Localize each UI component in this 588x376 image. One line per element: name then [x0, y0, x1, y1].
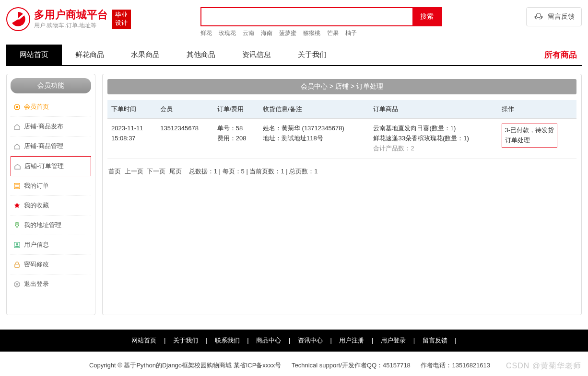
hot-word[interactable]: 菠萝蜜: [279, 30, 296, 36]
pager-first[interactable]: 首页: [108, 168, 121, 175]
lock-icon: [13, 261, 21, 268]
hot-word[interactable]: 猕猴桃: [303, 30, 320, 36]
hot-word[interactable]: 玫瑰花: [219, 30, 236, 36]
sidebar-item[interactable]: 密码修改: [11, 255, 91, 274]
nav-item[interactable]: 鲜花商品: [62, 45, 118, 65]
logo-icon: [6, 7, 30, 31]
footer-link[interactable]: 商品中心: [253, 337, 284, 344]
pager-summary: 总数据：1 | 每页：5 | 当前页数：1 | 总页数：1: [189, 168, 318, 175]
col-head: 会员: [156, 100, 213, 119]
footer-link[interactable]: 网站首页: [129, 337, 159, 344]
sidebar-item[interactable]: 会员首页: [11, 97, 91, 117]
col-head: 操作: [498, 100, 576, 119]
list-icon: [13, 182, 21, 190]
pager-last[interactable]: 尾页: [169, 168, 182, 175]
headset-icon: [533, 11, 544, 22]
nav-all-products[interactable]: 所有商品: [544, 49, 582, 60]
pager-prev[interactable]: 上一页: [125, 168, 143, 175]
hot-word[interactable]: 芒果: [327, 30, 339, 36]
nav-item[interactable]: 网站首页: [6, 45, 62, 65]
footer: 网站首页 | 关于我们 | 联系我们 | 商品中心 | 资讯中心 | 用户注册 …: [0, 330, 588, 352]
sidebar-head: 会员功能: [11, 78, 91, 93]
sidebar-item[interactable]: 我的收藏: [11, 196, 91, 216]
breadcrumb: 会员中心 > 店铺 > 订单处理: [107, 79, 576, 94]
col-head: 收货信息/备注: [259, 100, 369, 119]
hot-word[interactable]: 柚子: [345, 30, 357, 36]
sidebar-item[interactable]: 店铺-商品发布: [11, 117, 91, 137]
badge: 毕业 设计: [112, 10, 131, 29]
home-icon: [13, 123, 21, 130]
sidebar-item[interactable]: 店铺-商品管理: [11, 137, 91, 156]
sidebar-item[interactable]: 退出登录: [11, 274, 91, 294]
search-input[interactable]: [201, 8, 412, 25]
user-icon: [13, 241, 21, 249]
feedback-button[interactable]: 留言反馈: [526, 7, 582, 26]
hot-word[interactable]: 鲜花: [200, 30, 212, 36]
content: 会员中心 > 店铺 > 订单处理 下单时间会员订单/费用收货信息/备注订单商品操…: [102, 74, 582, 315]
sidebar-item[interactable]: 用户信息: [11, 235, 91, 255]
svg-point-9: [16, 223, 18, 225]
svg-point-11: [16, 243, 18, 245]
table-row: 2023-11-1115:08:3713512345678单号：58费用：208…: [107, 119, 576, 159]
nav-item[interactable]: 其他商品: [173, 45, 229, 65]
svg-rect-2: [541, 16, 543, 18]
footer-link[interactable]: 用户注册: [336, 337, 367, 344]
footer-link[interactable]: 留言反馈: [420, 337, 450, 344]
search-button[interactable]: 搜索: [412, 8, 441, 25]
home-o-icon: [13, 103, 21, 111]
home-icon: [13, 143, 21, 150]
col-head: 订单商品: [369, 100, 497, 119]
footer-link[interactable]: 资讯中心: [295, 337, 326, 344]
sidebar: 会员功能 会员首页店铺-商品发布店铺-商品管理店铺-订单管理我的订单我的收藏我的…: [6, 74, 95, 315]
op-box[interactable]: 3-已付款，待发货订单处理: [502, 124, 558, 148]
home-icon: [14, 163, 21, 170]
order-table: 下单时间会员订单/费用收货信息/备注订单商品操作 2023-11-1115:08…: [107, 100, 576, 159]
pin-icon: [13, 222, 21, 229]
sidebar-item[interactable]: 我的地址管理: [11, 216, 91, 235]
sidebar-item[interactable]: 我的订单: [11, 176, 91, 196]
nav: 网站首页鲜花商品水果商品其他商品资讯信息关于我们所有商品: [6, 45, 582, 66]
search-area: 搜索 鲜花玫瑰花云南海南菠萝蜜猕猴桃芒果柚子: [200, 7, 442, 37]
col-head: 订单/费用: [213, 100, 259, 119]
sidebar-item[interactable]: 店铺-订单管理: [11, 156, 91, 176]
pager-next[interactable]: 下一页: [147, 168, 165, 175]
svg-point-4: [16, 106, 18, 108]
header: 多用户商城平台 用户.购物车.订单.地址等 毕业 设计 搜索 鲜花玫瑰花云南海南…: [6, 0, 582, 40]
col-head: 下单时间: [107, 100, 156, 119]
hot-word[interactable]: 云南: [243, 30, 254, 36]
site-subtitle: 用户.购物车.订单.地址等: [34, 22, 108, 30]
nav-item[interactable]: 关于我们: [284, 45, 340, 65]
footer-link[interactable]: 关于我们: [170, 337, 201, 344]
nav-item[interactable]: 水果商品: [118, 45, 173, 65]
copyright: Copyright © 基于Python的Django框架校园购物商城 某省IC…: [0, 352, 588, 376]
pager: 首页 上一页 下一页 尾页 总数据：1 | 每页：5 | 当前页数：1 | 总页…: [107, 159, 576, 176]
svg-rect-12: [15, 264, 19, 267]
footer-link[interactable]: 联系我们: [212, 337, 243, 344]
svg-point-0: [536, 13, 541, 18]
exit-icon: [13, 281, 21, 288]
svg-rect-1: [535, 16, 536, 18]
hot-word[interactable]: 海南: [261, 30, 272, 36]
star-icon: [13, 202, 21, 209]
hot-words: 鲜花玫瑰花云南海南菠萝蜜猕猴桃芒果柚子: [200, 29, 442, 37]
footer-link[interactable]: 用户登录: [378, 337, 409, 344]
site-title: 多用户商城平台: [34, 9, 108, 21]
logo-area: 多用户商城平台 用户.购物车.订单.地址等 毕业 设计: [6, 7, 131, 31]
nav-item[interactable]: 资讯信息: [229, 45, 284, 65]
